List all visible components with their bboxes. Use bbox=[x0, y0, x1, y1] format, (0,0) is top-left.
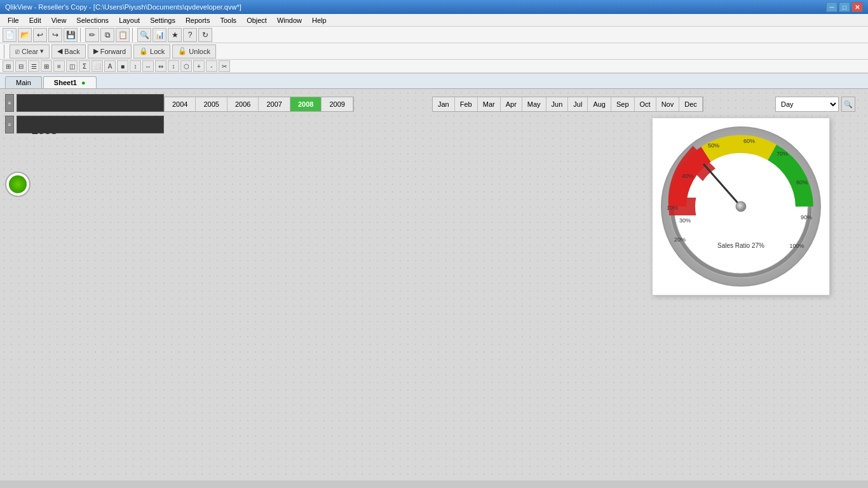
month-nov[interactable]: Nov bbox=[656, 97, 680, 111]
window-title: QlikView - Reseller's Copy - [C:\Users\P… bbox=[5, 3, 241, 11]
open-button[interactable]: 📂 bbox=[18, 28, 32, 42]
tb3-btn8[interactable]: ⬜ bbox=[92, 60, 103, 72]
minimize-button[interactable]: ─ bbox=[826, 2, 837, 12]
menu-edit[interactable]: Edit bbox=[24, 15, 46, 25]
help-icon-btn[interactable]: ? bbox=[183, 28, 197, 42]
unlock-button[interactable]: 🔓 Unlock bbox=[172, 44, 216, 58]
tb3-btn15[interactable]: ⬡ bbox=[180, 60, 192, 72]
month-dec[interactable]: Dec bbox=[679, 97, 703, 111]
month-apr[interactable]: Apr bbox=[501, 97, 522, 111]
filter-handle-2[interactable]: ≡ bbox=[5, 116, 14, 133]
year-2004[interactable]: 2004 bbox=[165, 97, 196, 111]
filter-bar-1[interactable] bbox=[17, 94, 164, 112]
copy-button[interactable]: ⧉ bbox=[100, 28, 114, 42]
gauge-chart: 10% 20% 30% 40% 50% 60% 70% 80% 90% 100% bbox=[658, 124, 824, 289]
gauge-container: 10% 20% 30% 40% 50% 60% 70% 80% 90% 100% bbox=[652, 118, 830, 295]
lock-icon: 🔒 bbox=[139, 47, 148, 55]
month-jun[interactable]: Jun bbox=[546, 97, 569, 111]
bookmark-button[interactable]: ★ bbox=[168, 28, 182, 42]
tb3-btn2[interactable]: ⊟ bbox=[15, 60, 27, 72]
separator2 bbox=[132, 28, 135, 42]
menu-settings[interactable]: Settings bbox=[145, 15, 180, 25]
close-button[interactable]: ✕ bbox=[851, 2, 863, 12]
gauge-label-50: 50% bbox=[708, 142, 719, 149]
menu-help[interactable]: Help bbox=[307, 15, 332, 25]
tb3-btn4[interactable]: ⊞ bbox=[41, 60, 52, 72]
tb3-btn1[interactable]: ⊞ bbox=[3, 60, 14, 72]
unlock-icon: 🔓 bbox=[178, 47, 187, 55]
month-jul[interactable]: Jul bbox=[568, 97, 588, 111]
undo-button[interactable]: ↩ bbox=[33, 28, 47, 42]
tb3-btn13[interactable]: ⇔ bbox=[155, 60, 166, 72]
menu-view[interactable]: View bbox=[46, 15, 72, 25]
tab-main[interactable]: Main bbox=[5, 76, 42, 88]
maximize-button[interactable]: □ bbox=[839, 2, 850, 12]
tb3-btn7[interactable]: Σ bbox=[79, 60, 90, 72]
gauge-label-80: 80% bbox=[796, 179, 808, 186]
menu-object[interactable]: Object bbox=[241, 15, 272, 25]
content-bottom bbox=[0, 480, 868, 488]
forward-button[interactable]: ▶ Forward bbox=[88, 44, 132, 58]
filter-row-1: ≡ bbox=[5, 94, 164, 112]
chart-button[interactable]: 📊 bbox=[153, 28, 166, 42]
year-2009[interactable]: 2009 bbox=[322, 97, 353, 111]
paste-button[interactable]: 📋 bbox=[116, 28, 130, 42]
window-controls: ─ □ ✕ bbox=[826, 2, 863, 12]
tb3-btn5[interactable]: ≡ bbox=[53, 60, 65, 72]
day-dropdown[interactable]: Day Week Month Quarter Year bbox=[775, 97, 839, 112]
separator1 bbox=[80, 28, 83, 42]
lock-button[interactable]: 🔒 Lock bbox=[133, 44, 170, 58]
tb3-btn11[interactable]: ↕ bbox=[130, 60, 141, 72]
menu-window[interactable]: Window bbox=[272, 15, 307, 25]
clear-label: Clear bbox=[22, 48, 38, 55]
tb3-btn9[interactable]: A bbox=[104, 60, 116, 72]
menu-tools[interactable]: Tools bbox=[215, 15, 241, 25]
tb3-btn12[interactable]: ↔ bbox=[142, 60, 154, 72]
menu-selections[interactable]: Selections bbox=[71, 15, 114, 25]
month-feb[interactable]: Feb bbox=[455, 97, 478, 111]
year-2006[interactable]: 2006 bbox=[227, 97, 259, 111]
tab-dot: ● bbox=[81, 79, 86, 86]
year-2007[interactable]: 2007 bbox=[259, 97, 290, 111]
month-may[interactable]: May bbox=[522, 97, 546, 111]
refresh-button[interactable]: ↻ bbox=[198, 28, 212, 42]
menu-layout[interactable]: Layout bbox=[114, 15, 145, 25]
save-button[interactable]: 💾 bbox=[64, 28, 78, 42]
main-content: ≡ ≡ 2004 2005 2006 2007 2008 2009 Jan Fe… bbox=[0, 89, 868, 488]
clear-button[interactable]: ⎚ Clear ▾ bbox=[10, 44, 50, 58]
day-selector: Day Week Month Quarter Year 🔍 bbox=[775, 97, 855, 112]
redo-button[interactable]: ↪ bbox=[48, 28, 62, 42]
new-button[interactable]: 📄 bbox=[3, 28, 17, 42]
tb3-btn6[interactable]: ◫ bbox=[66, 60, 78, 72]
month-jan[interactable]: Jan bbox=[433, 97, 455, 111]
menu-reports[interactable]: Reports bbox=[180, 15, 215, 25]
year-2008[interactable]: 2008 bbox=[290, 97, 322, 111]
toolbar1: 📄 📂 ↩ ↪ 💾 ✏ ⧉ 📋 🔍 📊 ★ ? ↻ bbox=[0, 27, 868, 43]
tb3-btn14[interactable]: ↕ bbox=[168, 60, 179, 72]
toolbar2: ⎚ Clear ▾ ◀ Back ▶ Forward 🔒 Lock 🔓 Unlo… bbox=[0, 43, 868, 60]
edit-button[interactable]: ✏ bbox=[85, 28, 99, 42]
tb3-btn16[interactable]: + bbox=[193, 60, 205, 72]
lock-label: Lock bbox=[150, 48, 165, 55]
day-search-button[interactable]: 🔍 bbox=[841, 97, 855, 112]
year-2005[interactable]: 2005 bbox=[196, 97, 227, 111]
gauge-label-40: 40% bbox=[682, 173, 693, 179]
menu-bar: File Edit View Selections Layout Setting… bbox=[0, 14, 868, 27]
tb3-btn10[interactable]: ■ bbox=[117, 60, 128, 72]
menu-file[interactable]: File bbox=[3, 15, 24, 25]
title-bar: QlikView - Reseller's Copy - [C:\Users\P… bbox=[0, 0, 868, 14]
tb3-btn18[interactable]: ✂ bbox=[219, 60, 230, 72]
gauge-label-100: 100% bbox=[789, 243, 804, 249]
month-oct[interactable]: Oct bbox=[635, 97, 656, 111]
tb3-btn17[interactable]: - bbox=[206, 60, 217, 72]
filter-handle-1[interactable]: ≡ bbox=[5, 94, 14, 112]
back-button[interactable]: ◀ Back bbox=[51, 44, 85, 58]
month-aug[interactable]: Aug bbox=[588, 97, 611, 111]
search-button[interactable]: 🔍 bbox=[137, 28, 151, 42]
eraser-icon: ⎚ bbox=[15, 48, 20, 55]
month-mar[interactable]: Mar bbox=[478, 97, 501, 111]
year-display-label: 2008 bbox=[32, 124, 57, 137]
month-sep[interactable]: Sep bbox=[611, 97, 635, 111]
tb3-btn3[interactable]: ☰ bbox=[28, 60, 39, 72]
tab-sheet1[interactable]: Sheet1 ● bbox=[43, 76, 97, 88]
